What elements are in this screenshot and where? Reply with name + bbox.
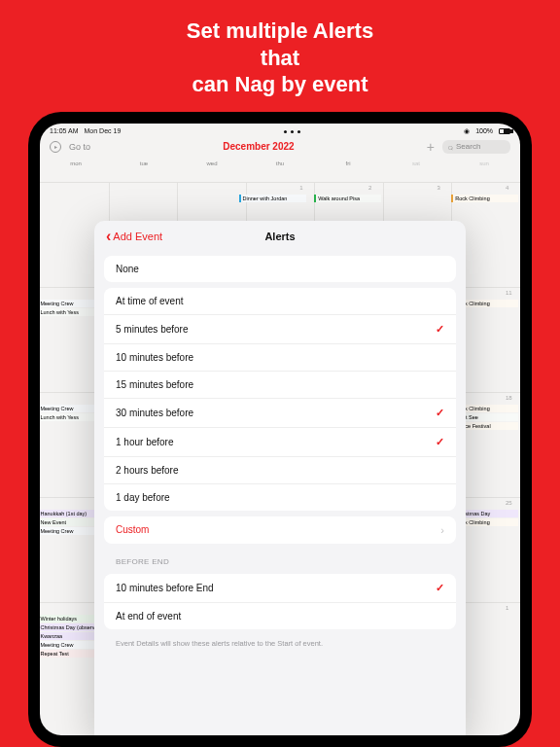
alert-option-2[interactable]: 10 minutes before xyxy=(104,343,456,371)
alert-option-3[interactable]: 15 minutes before xyxy=(104,371,456,398)
alert-end-option-0[interactable]: 10 minutes before End xyxy=(104,574,456,602)
add-event-button[interactable]: + xyxy=(427,139,435,155)
promo-headline: Set multiple Alerts that can Nag by even… xyxy=(187,0,373,112)
alert-end-option-1[interactable]: At end of event xyxy=(104,602,456,629)
alert-option-6[interactable]: 2 hours before xyxy=(104,456,456,483)
alerts-popover: Add Event Alerts None At time of event5 … xyxy=(94,221,466,736)
nav-forward-icon[interactable] xyxy=(50,141,61,153)
status-time: 11:05 AM xyxy=(50,127,79,134)
app-toolbar: Go to December 2022 + Search xyxy=(40,137,520,160)
alert-custom[interactable]: Custom› xyxy=(104,516,456,544)
battery-icon xyxy=(499,128,510,134)
alert-option-1[interactable]: 5 minutes before xyxy=(104,314,456,343)
goto-button[interactable]: Go to xyxy=(69,142,90,152)
footnote: Event Details will show these alerts rel… xyxy=(104,635,456,658)
weekday-header: montuewed thufri satsun xyxy=(40,160,520,166)
popover-nav: Add Event Alerts xyxy=(94,221,466,250)
group-relative: At time of event5 minutes before10 minut… xyxy=(104,288,456,511)
search-input[interactable]: Search xyxy=(442,140,510,154)
alert-option-none[interactable]: None xyxy=(104,256,456,282)
battery-pct: 100% xyxy=(475,127,493,134)
alert-option-0[interactable]: At time of event xyxy=(104,288,456,314)
calendar-event[interactable]: Dinner with Jordan xyxy=(239,195,306,202)
screen: 11:05 AM Mon Dec 19 ◉ 100% Go to Decembe… xyxy=(40,124,520,736)
alert-option-4[interactable]: 30 minutes before xyxy=(104,398,456,427)
alert-option-5[interactable]: 1 hour before xyxy=(104,427,456,456)
device-bezel: 11:05 AM Mon Dec 19 ◉ 100% Go to Decembe… xyxy=(28,112,532,748)
alert-option-7[interactable]: 1 day before xyxy=(104,483,456,511)
group-none: None xyxy=(104,256,456,282)
promo-frame: Set multiple Alerts that can Nag by even… xyxy=(0,0,560,747)
group-before-end: 10 minutes before EndAt end of event xyxy=(104,574,456,629)
page-title[interactable]: December 2022 xyxy=(223,141,294,152)
calendar-event[interactable]: Walk around Pisa xyxy=(314,195,381,202)
section-before-end: BEFORE END xyxy=(104,550,456,568)
chevron-right-icon: › xyxy=(440,524,444,536)
calendar-event[interactable]: Rock Climbing xyxy=(451,195,518,202)
group-custom: Custom› xyxy=(104,516,456,544)
back-button[interactable]: Add Event xyxy=(106,231,162,242)
wifi-icon: ◉ xyxy=(464,127,470,134)
status-bar: 11:05 AM Mon Dec 19 ◉ 100% xyxy=(40,124,520,137)
status-date: Mon Dec 19 xyxy=(85,127,122,134)
